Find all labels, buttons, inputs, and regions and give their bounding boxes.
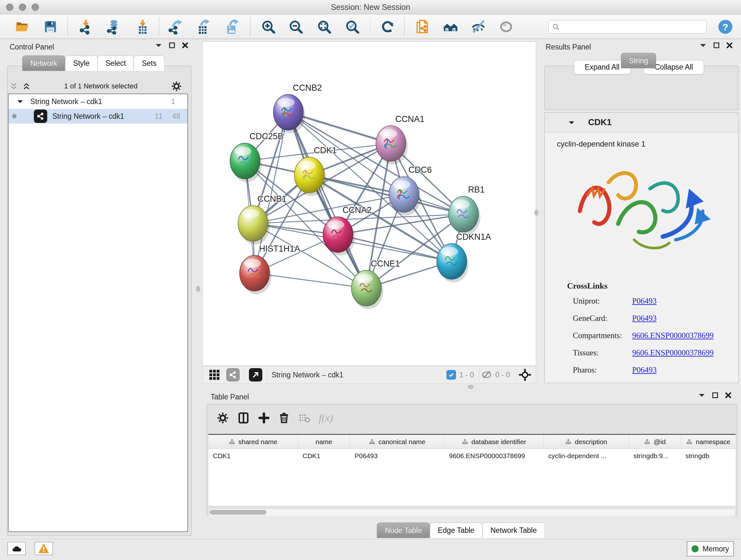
right-splitter-handle[interactable] xyxy=(535,210,538,215)
first-neighbors-icon[interactable] xyxy=(443,19,459,35)
table-cell[interactable]: CDK1 xyxy=(298,449,350,463)
open-session-icon[interactable] xyxy=(14,19,30,35)
zoom-fit-icon[interactable] xyxy=(316,19,332,35)
horizontal-scrollbar[interactable] xyxy=(209,509,735,516)
network-options-gear-icon[interactable] xyxy=(171,81,182,91)
column-header[interactable]: namespace xyxy=(681,435,736,449)
network-node-CCNB2[interactable] xyxy=(273,95,304,130)
table-row[interactable]: CDK1 CDK1 P06493 9606.ENSP00000378699 cy… xyxy=(208,449,736,463)
network-node-CCNA2[interactable] xyxy=(323,217,353,253)
crosslinks-section: CrossLinks Uniprot:P06493 GeneCard:P0649… xyxy=(567,281,738,374)
zoom-out-icon[interactable] xyxy=(288,19,304,35)
refresh-icon[interactable] xyxy=(380,19,396,35)
tree-expand-icon[interactable] xyxy=(17,99,23,104)
show-columns-icon[interactable] xyxy=(237,412,250,424)
network-node-CCNB1[interactable] xyxy=(238,206,268,241)
tab-style[interactable]: Style xyxy=(65,56,97,71)
search-icon xyxy=(552,23,560,31)
crosslink-link[interactable]: 9606.ENSP00000378699 xyxy=(632,348,714,357)
export-view-icon[interactable] xyxy=(249,368,262,381)
help-icon[interactable]: ? xyxy=(718,19,733,35)
table-cell[interactable]: CDK1 xyxy=(208,449,298,463)
column-header[interactable]: database identifier xyxy=(445,435,544,449)
memory-button[interactable]: Memory xyxy=(687,541,734,557)
left-splitter-handle[interactable] xyxy=(196,286,200,292)
close-panel-icon[interactable] xyxy=(726,42,733,49)
tab-node-table[interactable]: Node Table xyxy=(377,523,430,538)
network-node-CDC6[interactable] xyxy=(389,177,419,212)
table-cell[interactable]: cyclin-dependent ... xyxy=(544,449,629,463)
network-collection-row[interactable]: String Network – cdk1 1 xyxy=(9,94,187,109)
toolbar-search[interactable] xyxy=(548,20,706,34)
network-node-CCNA1[interactable] xyxy=(376,125,406,161)
warning-status-button[interactable] xyxy=(35,542,53,555)
search-input[interactable] xyxy=(560,23,697,31)
close-panel-icon[interactable] xyxy=(725,392,731,398)
close-panel-icon[interactable] xyxy=(182,42,188,49)
node-label-CCNB1: CCNB1 xyxy=(258,194,286,204)
float-panel-icon[interactable] xyxy=(712,392,718,398)
hidden-eye-icon[interactable] xyxy=(481,369,492,380)
network-node-CDK1[interactable] xyxy=(294,157,324,193)
toolbar-separator xyxy=(158,17,159,36)
import-table-icon[interactable] xyxy=(135,19,151,35)
column-header[interactable]: canonical name xyxy=(350,435,445,449)
delete-table-icon[interactable] xyxy=(298,412,311,424)
open-in-string-web-icon[interactable] xyxy=(414,19,430,35)
export-network-icon[interactable] xyxy=(168,19,184,35)
table-options-gear-icon[interactable] xyxy=(217,412,229,424)
network-canvas[interactable]: CCNB2CCNA1CDC25BCDK1CDC6RB1CCNB1CCNA2CDK… xyxy=(202,42,536,366)
tab-edge-table[interactable]: Edge Table xyxy=(430,523,482,538)
selected-checkbox-icon[interactable] xyxy=(447,370,456,380)
table-cell[interactable]: P06493 xyxy=(350,449,445,463)
collapse-panel-icon[interactable] xyxy=(155,43,162,48)
zoom-in-icon[interactable] xyxy=(260,19,276,35)
section-collapse-icon[interactable] xyxy=(568,120,575,125)
collapse-panel-icon[interactable] xyxy=(698,393,705,397)
float-panel-icon[interactable] xyxy=(169,43,175,48)
tab-sets[interactable]: Sets xyxy=(134,56,164,71)
string-share-icon[interactable] xyxy=(226,368,240,381)
column-header[interactable]: shared name xyxy=(208,435,298,449)
gene-section-header[interactable]: CDK1 xyxy=(545,113,738,132)
crosslink-link[interactable]: P06493 xyxy=(632,366,657,374)
table-cell[interactable]: stringdb xyxy=(681,449,736,463)
table-cell[interactable]: 9606.ENSP00000378699 xyxy=(445,449,544,463)
save-session-icon[interactable] xyxy=(43,19,58,35)
zoom-selected-icon[interactable] xyxy=(344,19,360,35)
column-header[interactable]: @id xyxy=(629,435,681,449)
create-column-icon[interactable] xyxy=(258,412,270,424)
fit-selected-crosshair-icon[interactable] xyxy=(519,368,531,381)
column-header[interactable]: name xyxy=(298,435,350,449)
float-panel-icon[interactable] xyxy=(714,43,719,48)
crosslink-link[interactable]: 9606.ENSP00000378699 xyxy=(632,331,714,340)
network-node-RB1[interactable] xyxy=(449,196,479,232)
collapse-panel-icon[interactable] xyxy=(699,43,706,48)
column-header[interactable]: description xyxy=(544,435,629,449)
import-network-database-icon[interactable] xyxy=(105,19,121,35)
birdseye-grid-icon[interactable] xyxy=(208,369,220,381)
scrollbar-thumb[interactable] xyxy=(210,510,266,515)
collapse-all-networks-icon[interactable] xyxy=(10,82,18,90)
network-row[interactable]: String Network – cdk1 11 48 xyxy=(9,109,187,124)
export-table-icon[interactable] xyxy=(195,19,211,35)
crosslink-link[interactable]: P06493 xyxy=(632,314,657,323)
crosslink-link[interactable]: P06493 xyxy=(632,297,657,306)
hide-selected-icon[interactable] xyxy=(470,19,486,35)
network-node-CDC25B[interactable] xyxy=(230,143,260,179)
function-builder-icon[interactable]: f(x) xyxy=(319,412,333,424)
tab-select[interactable]: Select xyxy=(98,56,134,71)
network-node-CCNE1[interactable] xyxy=(351,270,381,306)
tab-string[interactable]: String xyxy=(621,53,656,68)
expand-all-networks-icon[interactable] xyxy=(22,82,30,90)
tab-network-table[interactable]: Network Table xyxy=(482,523,545,538)
export-image-icon[interactable] xyxy=(224,19,240,35)
tab-network[interactable]: Network xyxy=(22,56,65,71)
cloud-status-button[interactable] xyxy=(7,542,26,555)
import-network-file-icon[interactable] xyxy=(78,19,94,35)
network-node-CDKN1A[interactable] xyxy=(437,244,467,279)
network-node-HIST1H1A[interactable] xyxy=(240,255,270,291)
show-all-icon[interactable] xyxy=(498,19,514,35)
delete-column-icon[interactable] xyxy=(278,412,290,424)
table-cell[interactable]: stringdb:9... xyxy=(629,449,681,463)
